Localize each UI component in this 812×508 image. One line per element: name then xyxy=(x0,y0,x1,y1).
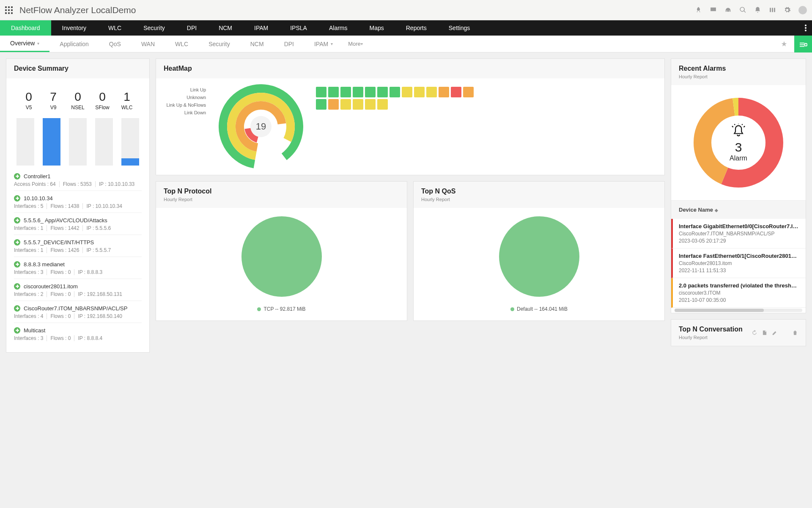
device-list-item[interactable]: ✚MulticastInterfaces : 3Flows : 0IP : 8.… xyxy=(14,323,142,345)
alarm-title: 2.0 packets transferred (violated the th… xyxy=(679,282,800,289)
layout-icon[interactable] xyxy=(769,6,776,14)
alarm-row[interactable]: 2.0 packets transferred (violated the th… xyxy=(671,278,806,308)
subnav-wlc[interactable]: WLC xyxy=(165,36,198,52)
nav-reports[interactable]: Reports xyxy=(395,20,438,36)
heatmap-cell[interactable] xyxy=(463,87,474,97)
heatmap-cell[interactable] xyxy=(377,99,388,110)
subnav-wan[interactable]: WAN xyxy=(131,36,165,52)
star-icon[interactable] xyxy=(781,41,787,47)
chevron-down-icon: ▾ xyxy=(331,41,333,46)
nav-alarms[interactable]: Alarms xyxy=(318,20,359,36)
subnav-more[interactable]: More ▾ xyxy=(343,41,368,47)
close-icon[interactable] xyxy=(782,330,788,336)
nav-ncm[interactable]: NCM xyxy=(208,20,243,36)
nav-inventory[interactable]: Inventory xyxy=(51,20,98,36)
heatmap-cell[interactable] xyxy=(316,87,326,97)
heatmap-cell[interactable] xyxy=(328,87,339,97)
top-protocol-widget: Top N Protocol Hourly Report TCP -- 92.8… xyxy=(156,181,407,321)
heatmap-cell[interactable] xyxy=(353,87,363,97)
subnav-dpi[interactable]: DPI xyxy=(274,36,304,52)
protocol-legend: TCP -- 92.817 MiB xyxy=(257,306,305,312)
nav-ipsla[interactable]: IPSLA xyxy=(279,20,318,36)
edit-icon[interactable] xyxy=(772,330,778,336)
subnav-overview[interactable]: Overview▾ xyxy=(0,36,49,52)
status-up-icon: ✚ xyxy=(14,261,20,268)
user-avatar[interactable] xyxy=(798,6,807,14)
nav-ipam[interactable]: IPAM xyxy=(243,20,279,36)
heatmap-cell[interactable] xyxy=(426,87,437,97)
rocket-icon[interactable] xyxy=(695,6,702,14)
apps-icon[interactable] xyxy=(5,6,13,14)
nav-dashboard[interactable]: Dashboard xyxy=(0,20,51,36)
subnav-security[interactable]: Security xyxy=(198,36,240,52)
widget-title: HeatMap xyxy=(164,65,657,72)
horizontal-scrollbar[interactable] xyxy=(675,309,802,312)
heatmap-radial-chart: 19 xyxy=(219,84,303,169)
nav-maps[interactable]: Maps xyxy=(359,20,395,36)
alarm-device: CiscoRouter7.ITOM_NBARSNMP/ACL/SP xyxy=(679,231,800,237)
device-list-item[interactable]: ✚8.8.8.3 medianetInterfaces : 3Flows : 0… xyxy=(14,257,142,279)
device-name: CiscoRouter7.ITOM_NBARSNMP/ACL/SP xyxy=(24,305,127,312)
donut-label: Alarm xyxy=(730,155,747,162)
heatmap-cell[interactable] xyxy=(328,99,339,110)
delete-icon[interactable] xyxy=(792,330,798,336)
protocol-pie xyxy=(241,216,322,297)
presentation-icon[interactable] xyxy=(710,6,717,14)
headset-icon[interactable] xyxy=(724,6,732,14)
summary-value: 0 xyxy=(90,90,115,104)
sort-icon: ◆ xyxy=(715,208,718,213)
heatmap-cell[interactable] xyxy=(365,99,376,110)
summary-bar xyxy=(43,118,60,166)
nav-kebab-icon[interactable] xyxy=(799,20,812,36)
gear-icon[interactable] xyxy=(784,6,791,14)
widget-subtitle: Hourly Report xyxy=(421,197,657,202)
device-list-item[interactable]: ✚CiscoRouter7.ITOM_NBARSNMP/ACL/SPInterf… xyxy=(14,301,142,323)
heatmap-cell[interactable] xyxy=(377,87,388,97)
alarm-row[interactable]: Interface GigabitEthernet0/0[CiscoRouter… xyxy=(671,219,806,248)
heatmap-cell[interactable] xyxy=(439,87,449,97)
nav-security[interactable]: Security xyxy=(132,20,176,36)
alarm-title: Interface FastEthernet0/1[CiscoRouter280… xyxy=(679,253,800,259)
heatmap-cell[interactable] xyxy=(316,99,326,110)
bell-icon[interactable] xyxy=(754,6,761,14)
summary-bar xyxy=(69,118,87,166)
device-list-item[interactable]: ✚10.10.10.34Interfaces : 5Flows : 1438IP… xyxy=(14,190,142,213)
device-list-item[interactable]: ✚5.5.5.6_ App/AVC/CLOUD/AttacksInterface… xyxy=(14,213,142,235)
alarm-row[interactable]: Interface FastEthernet0/1[CiscoRouter280… xyxy=(671,248,806,278)
status-up-icon: ✚ xyxy=(14,239,20,246)
chevron-down-icon: ▾ xyxy=(361,41,363,46)
subnav-qos[interactable]: QoS xyxy=(99,36,131,52)
alarms-table-header[interactable]: Device Name◆ xyxy=(671,200,806,219)
device-name: 5.5.5.6_ App/AVC/CLOUD/Attacks xyxy=(24,217,107,224)
add-widget-button[interactable] xyxy=(794,36,812,52)
heatmap-cell[interactable] xyxy=(353,99,363,110)
summary-label: NSEL xyxy=(66,105,90,110)
widget-title: Top N Conversation xyxy=(679,326,743,333)
nav-dpi[interactable]: DPI xyxy=(176,20,208,36)
subnav-ipam[interactable]: IPAM▾ xyxy=(304,36,343,52)
subnav-more-label: More xyxy=(348,41,361,47)
device-list-item[interactable]: ✚5.5.5.7_DEVICE/INT/HTTPSInterfaces : 1F… xyxy=(14,235,142,257)
heatmap-cell[interactable] xyxy=(451,87,461,97)
search-icon[interactable] xyxy=(739,6,746,14)
heatmap-cell[interactable] xyxy=(402,87,412,97)
subnav-ncm[interactable]: NCM xyxy=(240,36,274,52)
heatmap-cell[interactable] xyxy=(414,87,425,97)
heatmap-cell[interactable] xyxy=(365,87,376,97)
heatmap-legend: Link Up Unknown Link Up & NoFlows Link D… xyxy=(164,84,206,116)
device-list-item[interactable]: ✚Controller1Access Points : 64Flows : 53… xyxy=(14,169,142,190)
refresh-icon[interactable] xyxy=(752,330,757,336)
subnav-application[interactable]: Application xyxy=(49,36,99,52)
heatmap-cell[interactable] xyxy=(340,87,351,97)
device-list-item[interactable]: ✚ciscorouter28011.itomInterfaces : 2Flow… xyxy=(14,279,142,301)
alarm-time: 2021-10-07 00:35:00 xyxy=(679,297,800,303)
alarm-device: ciscorouter3.ITOM xyxy=(679,290,800,296)
export-icon[interactable] xyxy=(762,330,768,336)
heatmap-cell[interactable] xyxy=(390,87,400,97)
legend-label: Default -- 164.041 MiB xyxy=(517,306,568,312)
legend-item: Link Up & NoFlows xyxy=(164,101,206,109)
heatmap-cell[interactable] xyxy=(340,99,351,110)
device-name: Controller1 xyxy=(24,173,51,179)
nav-wlc[interactable]: WLC xyxy=(97,20,132,36)
nav-settings[interactable]: Settings xyxy=(438,20,481,36)
